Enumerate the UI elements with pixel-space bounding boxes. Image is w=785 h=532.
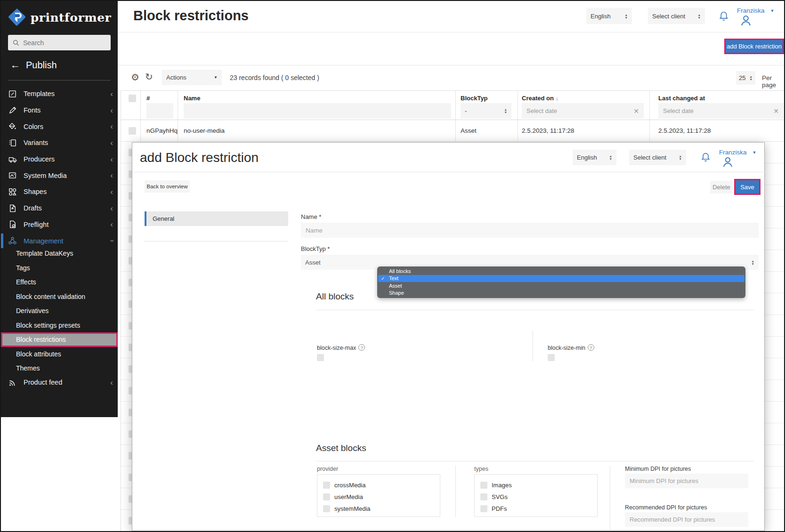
client-select[interactable]: Select client ▲▼: [648, 8, 705, 24]
sidebar-item-tags[interactable]: Tags: [1, 261, 118, 275]
variants-icon: [8, 138, 18, 147]
sidebar-item-drafts[interactable]: Drafts ‹: [1, 200, 118, 217]
blocktyp-filter-select[interactable]: - ▲▼: [461, 103, 511, 119]
actions-select[interactable]: Actions ▼: [162, 70, 222, 85]
provider-option: systemMedia: [323, 503, 440, 515]
chevron-down-icon: ‹: [108, 240, 116, 242]
sidebar-item-block-restrictions[interactable]: Block restrictions: [1, 332, 118, 347]
management-icon: [8, 236, 18, 246]
search-box[interactable]: [8, 35, 111, 50]
refresh-icon[interactable]: ↻: [145, 71, 153, 82]
col-id[interactable]: #: [146, 95, 150, 102]
sidebar-item-template-datakeys[interactable]: Template DataKeys: [1, 246, 118, 261]
add-block-restriction-button[interactable]: add Block restriction: [726, 40, 783, 53]
language-select[interactable]: English ▲▼: [586, 8, 632, 24]
type-option: Images: [480, 479, 597, 491]
help-icon: ?: [358, 344, 365, 351]
sidebar-item-block-content-validation[interactable]: Block content validation: [1, 290, 118, 304]
modal-title: add Block restriction: [140, 150, 259, 165]
changed-date-filter[interactable]: Select date ✕: [658, 103, 784, 119]
block-size-max-label: block-size-max?: [317, 344, 365, 351]
user-avatar-icon[interactable]: [721, 156, 734, 170]
chevron-left-icon: ‹: [110, 139, 113, 147]
sidebar-item-block-settings-presets[interactable]: Block settings presets: [1, 318, 118, 333]
provider-options: crossMedia userMedia systemMedia: [317, 474, 440, 517]
sidebar-item-system-media[interactable]: System Media ‹: [1, 167, 118, 184]
help-icon: ?: [588, 344, 594, 351]
updown-arrows-icon: ▲▼: [679, 155, 682, 160]
rec-dpi-input[interactable]: [625, 512, 748, 527]
usermedia-checkbox[interactable]: [323, 493, 330, 500]
producers-icon: [8, 154, 18, 164]
modal-language-select[interactable]: English ▲▼: [573, 150, 616, 165]
dropdown-option-all-blocks[interactable]: All blocks: [377, 267, 745, 275]
images-checkbox[interactable]: [480, 482, 487, 489]
colors-icon: [8, 122, 18, 131]
sidebar-item-block-attributes[interactable]: Block attributes: [1, 347, 118, 362]
name-filter-input[interactable]: [184, 103, 451, 119]
back-to-overview-button[interactable]: Back to overview: [145, 180, 190, 193]
back-to-publish[interactable]: ← Publish: [10, 59, 57, 71]
dropdown-option-text[interactable]: ✓Text: [378, 275, 745, 282]
settings-gear-icon[interactable]: ⚙: [131, 72, 139, 83]
pdfs-checkbox[interactable]: [480, 505, 487, 512]
notifications-bell-icon[interactable]: [701, 152, 711, 165]
block-size-min-checkbox[interactable]: [548, 354, 555, 361]
sidebar-item-templates[interactable]: Templates ‹: [1, 86, 118, 102]
sidebar-item-product-feed[interactable]: Product feed ‹: [1, 374, 118, 391]
block-size-max-checkbox[interactable]: [317, 354, 324, 361]
row-checkbox[interactable]: [129, 127, 136, 135]
management-subnav: Template DataKeys Tags Effects Block con…: [1, 246, 118, 376]
modal-tab-panel: General: [145, 211, 288, 242]
row-changed: 2.5.2023, 11:17:28: [658, 127, 711, 134]
sidebar-item-preflight[interactable]: Preflight ‹: [1, 217, 118, 233]
systemmedia-checkbox[interactable]: [323, 505, 330, 512]
select-all-checkbox[interactable]: [129, 95, 136, 102]
search-input[interactable]: [23, 39, 98, 47]
svgs-checkbox[interactable]: [480, 493, 487, 500]
sidebar-item-derivatives[interactable]: Derivatives: [1, 304, 118, 318]
crossmedia-checkbox[interactable]: [323, 482, 330, 489]
updown-arrows-icon: ▲▼: [750, 75, 753, 81]
sidebar-item-themes[interactable]: Themes: [1, 361, 118, 376]
updown-arrows-icon: ▲▼: [504, 108, 507, 113]
chevron-left-icon: ‹: [110, 188, 113, 196]
modal-client-select[interactable]: Select client ▲▼: [629, 150, 686, 165]
sidebar-item-producers[interactable]: Producers ‹: [1, 151, 118, 168]
chevron-down-icon: ▼: [753, 150, 757, 155]
save-button[interactable]: Save: [736, 180, 759, 193]
sidebar-divider: [8, 80, 111, 81]
type-option: PDFs: [480, 503, 597, 515]
created-date-filter[interactable]: Select date ✕: [522, 103, 644, 119]
name-input[interactable]: [301, 223, 759, 238]
user-menu[interactable]: Franziska ▼: [737, 7, 774, 14]
user-menu[interactable]: Franziska ▼: [719, 149, 756, 156]
row-created: 2.5.2023, 11:17:28: [522, 127, 575, 134]
delete-button[interactable]: Delete: [710, 181, 733, 193]
id-filter-input[interactable]: [146, 103, 173, 119]
per-page-label: Per page: [762, 74, 784, 89]
sidebar-item-colors[interactable]: Colors ‹: [1, 118, 118, 135]
sidebar-item-effects[interactable]: Effects: [1, 275, 118, 290]
sidebar-item-fonts[interactable]: Fonts ‹: [1, 102, 118, 119]
col-blocktyp[interactable]: BlockTyp: [461, 95, 488, 102]
logo[interactable]: printformer: [1, 1, 118, 28]
asset-blocks-heading: Asset blocks: [316, 443, 366, 453]
col-created[interactable]: Created on ↓: [522, 95, 558, 102]
user-avatar-icon[interactable]: [739, 14, 753, 27]
table-row[interactable]: nGPayhHq no-user-media Asset 2.5.2023, 1…: [121, 120, 784, 142]
min-dpi-input[interactable]: [625, 474, 748, 488]
tab-general[interactable]: General: [145, 211, 288, 226]
sidebar-item-variants[interactable]: Variants ‹: [1, 135, 118, 151]
notifications-bell-icon[interactable]: [719, 11, 729, 22]
sidebar-item-shapes[interactable]: Shapes ‹: [1, 184, 118, 200]
col-name[interactable]: Name: [184, 95, 200, 102]
app-window: printformer ← Publish Templates ‹ Fonts …: [0, 0, 785, 532]
clear-icon[interactable]: ✕: [773, 107, 779, 115]
per-page-select[interactable]: 25 ▲▼: [736, 71, 755, 85]
clear-icon[interactable]: ✕: [633, 107, 639, 115]
updown-arrows-icon: ▲▼: [698, 14, 701, 19]
dropdown-option-shape[interactable]: Shape: [377, 290, 745, 297]
dropdown-option-asset[interactable]: Asset: [377, 282, 745, 290]
col-changed[interactable]: Last changed at: [658, 95, 705, 102]
